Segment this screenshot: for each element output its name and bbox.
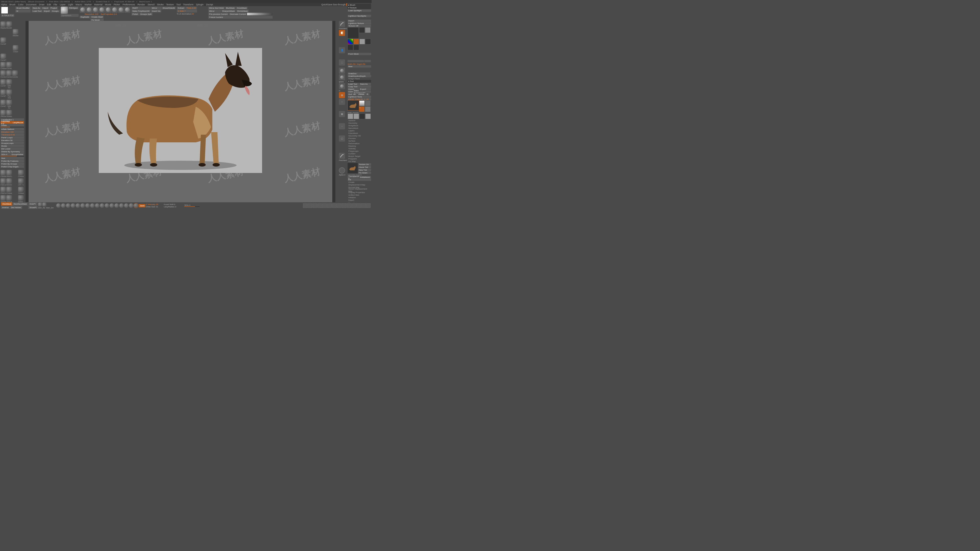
menu-color[interactable]: Color [18,3,24,6]
tex-height[interactable]: Height 256 [357,63,366,65]
tex-5[interactable] [353,44,359,50]
palette-uvmap[interactable]: UV Map [348,160,371,162]
sside[interactable]: S Side 7 [177,10,197,13]
menu-light[interactable]: Light [68,3,73,6]
brush-snakesh[interactable] [6,110,12,116]
menu-stencil[interactable]: Stencil [148,3,154,6]
seethrough-slider[interactable]: See-through [333,3,345,6]
rail-sphere2-icon[interactable] [339,74,345,80]
viewport[interactable]: 人人素材 人人素材 人人素材 人人素材 人人素材 人人素材 人人素材 人人素材 … [29,21,332,202]
mstand5-icon[interactable] [118,6,124,13]
import-button[interactable]: Import [41,6,49,10]
tool-thumb-5[interactable] [348,114,353,119]
saveas-button[interactable]: Save As [32,6,41,10]
rail-group-icon[interactable]: ⬚ [339,59,345,65]
palette-masking[interactable]: Masking [348,145,371,147]
palette-arraymesh[interactable]: ArrayMesh [348,124,371,127]
bot-brush-0[interactable] [56,203,61,208]
brush-pensha[interactable] [6,89,12,95]
rail-user-icon[interactable]: 👤 [339,47,345,53]
color-swatch[interactable] [1,6,8,14]
palette-polygroups[interactable]: Polygroups [348,150,371,152]
showpt[interactable]: ShowPt [28,206,38,209]
menu-layer[interactable]: Layer [60,3,65,6]
polish-features[interactable]: Polish By Features [0,160,24,162]
sq-5[interactable] [327,203,332,208]
mstand2-icon[interactable] [99,6,105,13]
bot-brush-5[interactable] [80,203,85,208]
sq-4[interactable] [322,203,327,208]
mirror-btn[interactable]: Mirror [151,6,161,10]
bot-brush-6[interactable] [85,203,90,208]
from-mesh-opt[interactable] [364,60,371,62]
palette-fibermesh[interactable]: FiberMesh [348,132,371,135]
sq-0[interactable] [303,203,307,208]
tool-thumb-main[interactable] [348,100,359,110]
del-lower[interactable]: Del Lower [0,148,24,150]
subprojection-label[interactable]: SubProjection 0.6 [100,13,117,15]
palette-initialize[interactable]: Initialize [348,197,371,199]
load-spotlight[interactable]: Load Spotlight [348,10,371,12]
import2-button[interactable]: Import [43,10,51,13]
morph-icon[interactable] [80,6,86,13]
b-trimrec[interactable] [0,195,6,201]
brush-curvesst2[interactable] [12,70,18,76]
sq-8[interactable] [342,203,346,208]
polish-crisp[interactable]: Polish Crisp Edges [0,165,24,168]
tool-thumb-4[interactable] [365,106,371,112]
tool-thumb-7[interactable] [360,114,365,119]
rail-freehand2-icon[interactable] [339,153,345,159]
brush-curvetu3[interactable] [0,100,6,105]
b-slicecur[interactable] [6,170,12,176]
brush-curvetr[interactable] [0,54,6,59]
thick-val[interactable]: Thick 0.02 [186,6,197,10]
rail-alpha-icon[interactable] [339,167,345,173]
grabdoc[interactable]: GrabDoc [348,73,359,75]
grabdocanddepth[interactable]: GrabDocAndDepth [348,75,371,77]
palette-visibility[interactable]: Visibility [348,148,371,150]
goz[interactable]: GoZ [348,93,352,95]
rail-orange-icon[interactable]: ▦ [339,92,345,98]
zintensity[interactable]: Z Intensity 25 [146,203,158,206]
tool-thumb-6[interactable] [353,114,359,119]
brush-curvetu1[interactable] [0,79,6,85]
lightbox-texture[interactable]: Lightbox>Texture [348,22,371,24]
from-mesh-preview[interactable] [348,60,364,62]
duplicate-button[interactable]: Duplicate [80,16,90,18]
tex-width[interactable]: Width 256 [348,63,356,65]
mstand3-icon[interactable] [105,6,111,13]
bot-brush-4[interactable] [76,203,80,208]
shrinkmask[interactable]: ShrinkMask [236,10,249,13]
fix-seam[interactable]: Fix Seam [358,171,371,174]
rail-dot-icon[interactable]: ◦ [339,123,345,129]
brush-creasec[interactable] [0,62,6,68]
sq-6[interactable] [332,203,337,208]
sq-2[interactable] [313,203,317,208]
mirror2[interactable]: Mirror [208,10,221,13]
brush-immpri[interactable] [6,100,12,105]
freeze-borders[interactable]: Freeze borders [208,16,273,19]
tex-off[interactable] [359,27,365,33]
resolution-label[interactable]: Resolution 128 [85,13,98,15]
loadtool-button[interactable]: Load Tool [32,10,43,13]
make-polymesh3d[interactable]: Make PolyMesh3D [353,91,371,93]
bot-damsm-icon[interactable] [42,203,46,206]
menu-edit[interactable]: Edit [47,3,51,6]
create-shell[interactable]: Create Shell [90,16,103,18]
b-creaser[interactable] [18,187,24,192]
sdiv-bot[interactable]: SDiv 4 [184,204,190,206]
menu-movie[interactable]: Movie [105,3,111,6]
brush-header[interactable]: ▸ Brush [348,3,371,6]
blurmask[interactable]: BlurMask [225,6,235,10]
b-clipcirc[interactable] [0,187,6,192]
b-crease[interactable] [18,170,24,176]
bot-brush-active[interactable] [134,203,138,208]
bot-brush-3[interactable] [71,203,75,208]
fillobject[interactable]: FillObject [68,6,79,10]
polish-btn[interactable]: Polish [131,13,139,16]
menu-document[interactable]: Document [26,3,37,6]
elevation2[interactable]: Elevation 50 [0,139,24,141]
tool-thumb-8[interactable] [365,114,371,119]
sq-11[interactable] [356,203,361,208]
tex-color[interactable] [348,39,353,44]
